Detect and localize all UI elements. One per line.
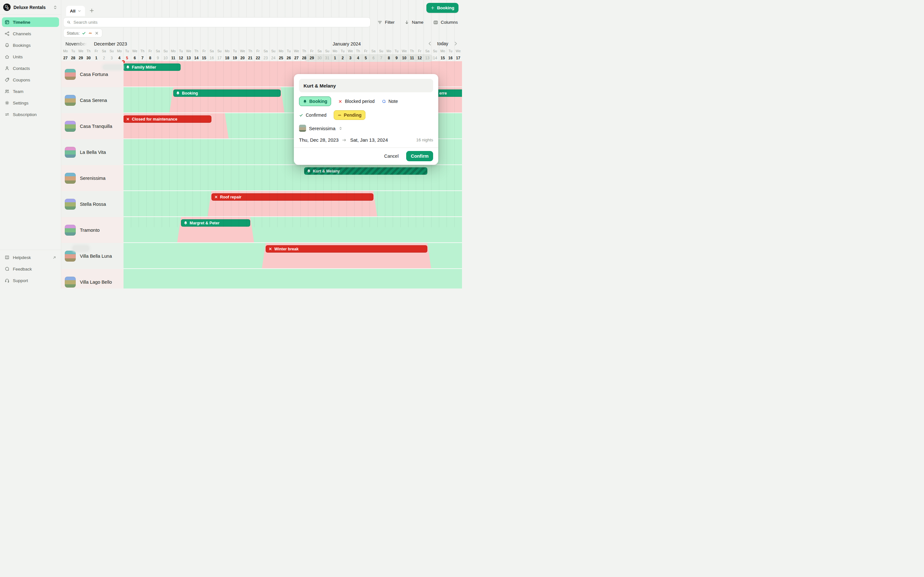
remove-filter-icon[interactable] (95, 31, 99, 35)
day-number[interactable]: 25 (277, 55, 285, 61)
day-number[interactable]: 2 (100, 55, 108, 61)
day-number[interactable]: 8 (146, 55, 154, 61)
day-number[interactable]: 30 (316, 55, 323, 61)
start-date[interactable]: Thu, Dec 28, 2023 (299, 137, 338, 143)
unit-panel-row[interactable]: Casa Serena (61, 87, 124, 113)
day-number[interactable]: 16 (208, 55, 216, 61)
unit-selector[interactable]: Serenissima (299, 125, 433, 132)
day-number[interactable]: 14 (431, 55, 439, 61)
day-number[interactable]: 13 (185, 55, 192, 61)
booking-bar[interactable]: Booking (173, 89, 281, 97)
sort-by-name-button[interactable]: Name (404, 20, 423, 25)
day-number[interactable]: 24 (270, 55, 277, 61)
day-number[interactable]: 15 (439, 55, 447, 61)
type-note-option[interactable]: Note (382, 99, 398, 104)
sidebar-item-contacts[interactable]: Contacts (2, 63, 59, 73)
sidebar-item-support[interactable]: Support (2, 276, 59, 285)
day-number[interactable]: 29 (308, 55, 316, 61)
day-number[interactable]: 17 (454, 55, 462, 61)
sidebar-item-settings[interactable]: Settings (2, 98, 59, 108)
day-number[interactable]: 9 (393, 55, 401, 61)
day-number[interactable]: 14 (192, 55, 200, 61)
day-number[interactable]: 23 (262, 55, 270, 61)
day-number[interactable]: 1 (331, 55, 339, 61)
row-available-background[interactable] (123, 217, 462, 243)
sidebar-item-feedback[interactable]: Feedback (2, 264, 59, 274)
sidebar-item-helpdesk[interactable]: Helpdesk (2, 253, 59, 262)
workspace-unfold-icon[interactable] (53, 5, 58, 10)
day-number[interactable]: 4 (354, 55, 362, 61)
day-number[interactable]: 3 (108, 55, 115, 61)
sidebar-item-channels[interactable]: Channels (2, 29, 59, 39)
day-number[interactable]: 16 (447, 55, 454, 61)
confirm-button[interactable]: Confirm (406, 151, 433, 161)
day-number[interactable]: 5 (362, 55, 370, 61)
row-available-background[interactable] (123, 269, 462, 288)
type-blocked-option[interactable]: Blocked period (338, 99, 375, 104)
day-number[interactable]: 27 (61, 55, 69, 61)
day-number[interactable]: 15 (200, 55, 208, 61)
search-input[interactable]: Search units (63, 17, 371, 27)
day-number[interactable]: 12 (416, 55, 423, 61)
day-number[interactable]: 6 (131, 55, 139, 61)
day-number[interactable]: 10 (401, 55, 408, 61)
blocked-period-bar[interactable]: Roof repair (212, 193, 373, 201)
day-number[interactable]: 22 (254, 55, 262, 61)
day-number[interactable]: 17 (216, 55, 223, 61)
day-number[interactable]: 11 (170, 55, 177, 61)
cancel-button[interactable]: Cancel (384, 153, 399, 159)
today-button[interactable]: today (437, 41, 448, 46)
day-number[interactable]: 28 (300, 55, 308, 61)
unit-panel-row[interactable]: Villa Lago Bello (61, 269, 124, 288)
day-number[interactable]: 6 (370, 55, 377, 61)
day-number[interactable]: 27 (292, 55, 300, 61)
booking-bar[interactable]: Family Miller (123, 63, 181, 71)
view-tab-all[interactable]: All (66, 6, 85, 16)
day-number[interactable]: 31 (323, 55, 331, 61)
day-number[interactable]: 20 (239, 55, 246, 61)
workspace-switcher[interactable]: DR Deluxe Rentals (0, 0, 61, 15)
type-booking-option[interactable]: Booking (299, 97, 331, 106)
status-pending-option[interactable]: Pending (334, 110, 365, 120)
day-number[interactable]: 12 (177, 55, 185, 61)
unit-panel-row[interactable]: Serenissima (61, 165, 124, 191)
guest-name-field[interactable]: Kurt & Melany (299, 79, 433, 92)
day-number[interactable]: 9 (154, 55, 162, 61)
day-number[interactable]: 18 (223, 55, 231, 61)
day-number[interactable]: 7 (377, 55, 385, 61)
day-number[interactable]: 7 (139, 55, 146, 61)
day-number[interactable]: 1 (92, 55, 100, 61)
day-number[interactable]: 26 (285, 55, 292, 61)
day-number[interactable]: 8 (385, 55, 393, 61)
filter-button[interactable]: Filter (377, 20, 395, 25)
status-filter-chip[interactable]: Status: (63, 29, 102, 37)
sidebar-item-subscription[interactable]: Subscription (2, 110, 59, 119)
status-confirmed-option[interactable]: Confirmed (299, 113, 326, 118)
unit-panel-row[interactable]: La Bella Vita (61, 139, 124, 165)
day-number[interactable]: 10 (162, 55, 170, 61)
end-date[interactable]: Sat, Jan 13, 2024 (350, 137, 388, 143)
next-period-button[interactable] (453, 41, 458, 46)
unit-panel-row[interactable]: Casa Tranquilla (61, 113, 124, 139)
sidebar-item-team[interactable]: Team (2, 87, 59, 96)
day-number[interactable]: 19 (231, 55, 239, 61)
sidebar-item-bookings[interactable]: Bookings (2, 40, 59, 50)
day-number[interactable]: 30 (85, 55, 92, 61)
unit-panel-row[interactable]: Stella Rossa (61, 191, 124, 217)
day-number[interactable]: 21 (246, 55, 254, 61)
day-number[interactable]: 11 (408, 55, 416, 61)
unit-panel-row[interactable]: Tramonto (61, 217, 124, 243)
prev-period-button[interactable] (427, 41, 433, 46)
new-booking-button[interactable]: Booking (426, 3, 459, 13)
blocked-period-bar[interactable]: Winter break (266, 245, 427, 253)
booking-bar[interactable]: Kurt & Melany (304, 167, 427, 175)
tab-chevron-down-icon[interactable] (78, 9, 81, 13)
day-number[interactable]: 28 (69, 55, 77, 61)
booking-bar[interactable]: Margret & Peter (181, 219, 250, 227)
add-view-tab-button[interactable] (89, 8, 94, 13)
sidebar-item-coupons[interactable]: Coupons (2, 75, 59, 85)
day-number[interactable]: 5 (123, 55, 131, 61)
unit-panel-row[interactable]: Villa Bella Luna (61, 243, 124, 269)
day-number[interactable]: 13 (423, 55, 431, 61)
day-number[interactable]: 29 (77, 55, 85, 61)
